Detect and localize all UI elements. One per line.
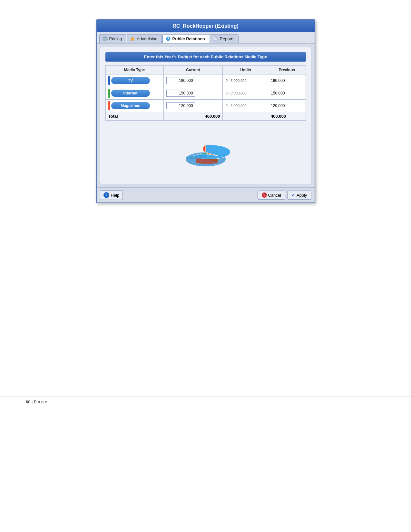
tab-public-relations-label: Public Relations	[172, 36, 205, 41]
internet-current-input[interactable]	[166, 90, 195, 97]
tab-bar: Pricing Advertising	[97, 32, 315, 44]
media-type-cell-internet: Internet	[105, 87, 163, 100]
magazines-limits-cell: 0 - 3,000,000	[223, 100, 268, 112]
window-title: RC_RockHopper (Existing)	[172, 23, 238, 29]
internet-previous-cell: 150,000	[268, 87, 306, 100]
help-icon: i	[103, 192, 109, 198]
tab-reports[interactable]: Reports	[210, 34, 239, 43]
col-limits: Limits	[223, 66, 268, 74]
magazines-color-bar	[108, 101, 110, 110]
tab-pricing-label: Pricing	[109, 36, 122, 41]
internet-button[interactable]: Internet	[111, 90, 150, 97]
main-window: RC_RockHopper (Existing) Pricing	[96, 19, 315, 203]
tv-color-bar	[108, 76, 110, 85]
tab-reports-label: Reports	[220, 36, 235, 41]
apply-button[interactable]: ✔ Apply	[287, 191, 311, 200]
tv-button[interactable]: TV	[111, 77, 150, 84]
svg-point-7	[168, 37, 169, 39]
internet-previous: 150,000	[271, 91, 285, 95]
budget-table: Media Type Current Limits Previous TV	[105, 65, 306, 121]
total-limits-cell	[223, 112, 268, 121]
col-current: Current	[163, 66, 223, 74]
tab-public-relations[interactable]: Public Relations	[162, 34, 209, 43]
total-current: 460,000	[205, 114, 220, 119]
section-header: Enter this Year's Budget for each Public…	[105, 52, 306, 62]
tv-previous: 190,000	[271, 78, 285, 83]
content-area: Enter this Year's Budget for each Public…	[100, 47, 311, 184]
magazines-button[interactable]: Magazines	[111, 102, 150, 109]
magazines-current-cell	[163, 100, 223, 112]
internet-limits: 0 - 3,000,000	[225, 91, 246, 95]
magazines-previous: 120,000	[271, 103, 285, 108]
total-previous-cell: 460,000	[268, 112, 306, 121]
internet-limits-cell: 0 - 3,000,000	[223, 87, 268, 100]
help-button[interactable]: i Help	[100, 190, 123, 200]
cancel-icon: ✕	[262, 192, 267, 198]
col-previous: Previous	[268, 66, 306, 74]
tv-limits-cell: 0 - 3,000,000	[223, 74, 268, 87]
footer-right: ✕ Cancel ✔ Apply	[258, 191, 311, 200]
internet-current-cell	[163, 87, 223, 100]
svg-point-5	[132, 40, 133, 40]
total-label-cell: Total	[105, 112, 163, 121]
tab-advertising-label: Advertising	[137, 36, 157, 41]
total-previous: 460,000	[271, 114, 286, 119]
advertising-icon	[130, 36, 135, 41]
apply-icon: ✔	[291, 192, 295, 198]
svg-rect-0	[103, 37, 107, 40]
tv-previous-cell: 190,000	[268, 74, 306, 87]
title-bar: RC_RockHopper (Existing)	[97, 20, 315, 32]
cancel-button[interactable]: ✕ Cancel	[258, 191, 285, 200]
tv-limits: 0 - 3,000,000	[225, 79, 246, 83]
table-row: Magazines 0 - 3,000,000 120,000	[105, 100, 306, 112]
col-media-type: Media Type	[105, 66, 163, 74]
table-row: Internet 0 - 3,000,000 150,000	[105, 87, 306, 100]
media-type-cell-magazines: Magazines	[105, 100, 163, 112]
media-type-cell-tv: TV	[105, 74, 163, 87]
total-label: Total	[108, 114, 118, 119]
svg-rect-8	[214, 37, 217, 41]
tv-current-input[interactable]	[166, 77, 195, 84]
tv-current-cell	[163, 74, 223, 87]
pricing-icon	[102, 36, 108, 41]
magazines-previous-cell: 120,000	[268, 100, 306, 112]
public-relations-icon	[165, 36, 171, 41]
total-row: Total 460,000 460,000	[105, 112, 306, 121]
magazines-limits: 0 - 3,000,000	[225, 104, 246, 108]
apply-label: Apply	[297, 193, 307, 198]
help-label: Help	[111, 193, 120, 198]
tab-pricing[interactable]: Pricing	[99, 34, 126, 43]
total-current-cell: 460,000	[163, 112, 223, 121]
page-label-text: P a g e	[34, 399, 47, 404]
table-row: TV 0 - 3,000,000 190,000	[105, 74, 306, 87]
magazines-current-input[interactable]	[166, 102, 195, 109]
cancel-label: Cancel	[268, 193, 281, 198]
internet-color-bar	[108, 89, 110, 98]
reports-icon	[213, 36, 219, 41]
page-number: 60	[26, 399, 30, 404]
footer-bar: i Help ✕ Cancel ✔ Apply	[97, 187, 315, 202]
pie-chart	[178, 130, 233, 172]
tab-advertising[interactable]: Advertising	[127, 34, 161, 43]
chart-area	[105, 121, 306, 179]
page-footer: 60 | P a g e	[0, 397, 411, 407]
